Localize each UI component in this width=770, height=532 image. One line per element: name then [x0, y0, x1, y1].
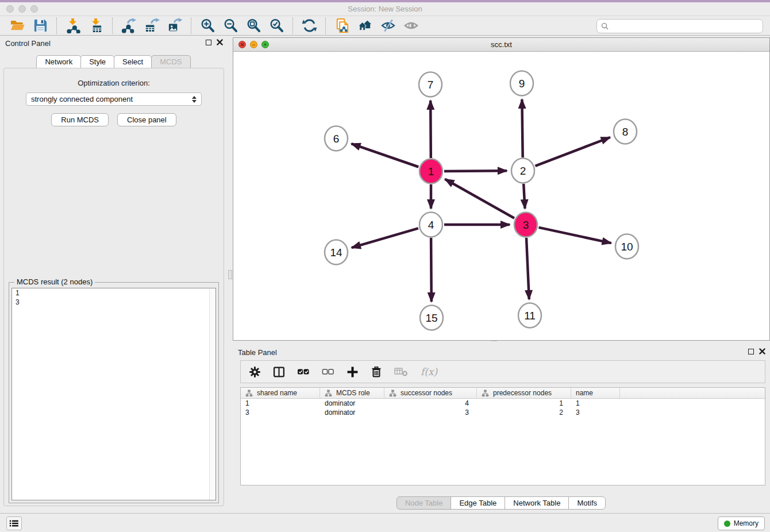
- run-mcds-button[interactable]: Run MCDS: [51, 113, 109, 126]
- import-network-button[interactable]: [61, 17, 84, 35]
- node-3[interactable]: 3: [514, 213, 537, 237]
- node-10[interactable]: 10: [615, 234, 638, 259]
- edge-3-11[interactable]: [526, 238, 529, 299]
- node-label: 6: [333, 133, 340, 145]
- tab-mcds[interactable]: MCDS: [151, 55, 190, 68]
- node-table[interactable]: shared nameMCDS rolesuccessor nodesprede…: [240, 387, 765, 485]
- network-graph[interactable]: 7968124314101511: [233, 52, 769, 340]
- node-7[interactable]: 7: [419, 72, 442, 97]
- table-row[interactable]: 1dominator411: [241, 399, 765, 408]
- tab-motifs[interactable]: Motifs: [568, 496, 606, 510]
- unselect-all-columns-button[interactable]: [322, 366, 334, 377]
- close-table-panel-icon[interactable]: [759, 348, 765, 354]
- column-header-shared-name[interactable]: shared name: [241, 388, 320, 398]
- table-options-button[interactable]: [249, 366, 261, 378]
- apply-layout-button[interactable]: [298, 17, 321, 35]
- eye-icon: [403, 18, 419, 33]
- node-15[interactable]: 15: [420, 306, 443, 330]
- toolbar-separator: [56, 18, 57, 34]
- zoom-selected-icon: [269, 18, 284, 33]
- node-9[interactable]: 9: [510, 71, 533, 96]
- optimization-criterion-select[interactable]: strongly connected component: [26, 92, 202, 106]
- show-columns-button[interactable]: [273, 366, 285, 378]
- node-6[interactable]: 6: [325, 126, 348, 151]
- show-all-networks-button[interactable]: [353, 17, 376, 35]
- table-cell[interactable]: 1: [571, 399, 620, 408]
- export-image-button[interactable]: [163, 17, 186, 35]
- memory-label: Memory: [734, 519, 759, 527]
- table-cell[interactable]: 3: [241, 408, 320, 417]
- zoom-fit-button[interactable]: [242, 17, 265, 35]
- edge-4-14[interactable]: [352, 228, 418, 248]
- table-cell[interactable]: 4: [384, 399, 477, 408]
- result-scrollbar[interactable]: [209, 288, 215, 500]
- function-builder-button[interactable]: f(x): [421, 366, 437, 377]
- network-canvas[interactable]: 7968124314101511: [233, 52, 769, 340]
- edge-2-9[interactable]: [522, 99, 522, 157]
- table-cell[interactable]: 2: [477, 408, 571, 417]
- zoom-in-button[interactable]: [196, 17, 219, 35]
- memory-button[interactable]: Memory: [718, 516, 765, 530]
- edge-1-7[interactable]: [430, 101, 431, 158]
- import-table-button[interactable]: [84, 17, 107, 35]
- zoom-selected-button[interactable]: [265, 17, 288, 35]
- node-8[interactable]: 8: [614, 119, 637, 144]
- table-row[interactable]: 3dominator323: [241, 408, 765, 417]
- tab-node-table[interactable]: Node Table: [396, 496, 452, 510]
- float-table-panel-icon[interactable]: [748, 349, 754, 354]
- edge-4-15[interactable]: [431, 238, 432, 302]
- search-field[interactable]: [596, 19, 763, 33]
- column-header-successor-nodes[interactable]: successor nodes: [384, 388, 477, 398]
- float-panel-icon[interactable]: [206, 40, 211, 45]
- tab-edge-table[interactable]: Edge Table: [451, 496, 505, 510]
- edge-3-1[interactable]: [445, 179, 514, 218]
- tab-select[interactable]: Select: [114, 55, 152, 68]
- edge-3-10[interactable]: [539, 228, 611, 243]
- control-panel-title: Control Panel: [5, 39, 51, 48]
- node-11[interactable]: 11: [518, 303, 541, 328]
- hide-graphics-details-button[interactable]: [376, 17, 399, 35]
- edge-1-2[interactable]: [444, 171, 507, 171]
- export-network-button[interactable]: [117, 17, 140, 35]
- column-header-predecessor-nodes[interactable]: predecessor nodes: [477, 388, 571, 398]
- table-cell[interactable]: 1: [477, 399, 571, 408]
- delete-table-button[interactable]: [394, 367, 409, 377]
- create-column-button[interactable]: [346, 366, 359, 378]
- export-table-button[interactable]: [140, 17, 163, 35]
- table-cell[interactable]: 3: [384, 408, 477, 417]
- memory-status-icon: [724, 521, 730, 527]
- delete-columns-button[interactable]: [371, 366, 382, 378]
- table-cell[interactable]: dominator: [320, 408, 384, 417]
- search-input[interactable]: [611, 22, 759, 30]
- open-session-button[interactable]: [6, 17, 29, 35]
- node-2[interactable]: 2: [511, 159, 534, 183]
- node-4[interactable]: 4: [419, 213, 442, 237]
- table-cell[interactable]: 1: [241, 399, 320, 408]
- zoom-out-button[interactable]: [219, 17, 242, 35]
- node-14[interactable]: 14: [325, 240, 348, 265]
- vertical-split-handle[interactable]: [228, 270, 232, 279]
- tab-network-table[interactable]: Network Table: [505, 496, 569, 510]
- edge-2-3[interactable]: [523, 184, 525, 209]
- close-panel-icon[interactable]: [217, 39, 223, 45]
- node-1[interactable]: 1: [419, 159, 442, 184]
- select-all-columns-button[interactable]: [297, 366, 310, 377]
- network-window-titlebar[interactable]: ✕ − + scc.txt: [233, 38, 769, 52]
- show-graphics-details-button[interactable]: [399, 17, 422, 35]
- zoom-fit-icon: [246, 18, 261, 33]
- column-header-mcds-role[interactable]: MCDS role: [320, 388, 384, 398]
- tab-network[interactable]: Network: [36, 55, 81, 68]
- table-cell[interactable]: 3: [571, 408, 620, 417]
- close-panel-button[interactable]: Close panel: [117, 113, 176, 126]
- task-history-button[interactable]: [6, 516, 22, 530]
- edge-1-6[interactable]: [352, 144, 419, 167]
- clone-network-button[interactable]: [330, 17, 353, 35]
- table-cell[interactable]: dominator: [320, 399, 384, 408]
- mcds-result-list[interactable]: 13: [11, 288, 216, 500]
- homes-icon: [357, 18, 373, 33]
- edge-2-8[interactable]: [536, 137, 610, 166]
- column-hierarchy-icon: [325, 390, 332, 397]
- column-header-name[interactable]: name: [571, 388, 620, 398]
- tab-style[interactable]: Style: [80, 55, 114, 68]
- save-session-button[interactable]: [29, 17, 52, 35]
